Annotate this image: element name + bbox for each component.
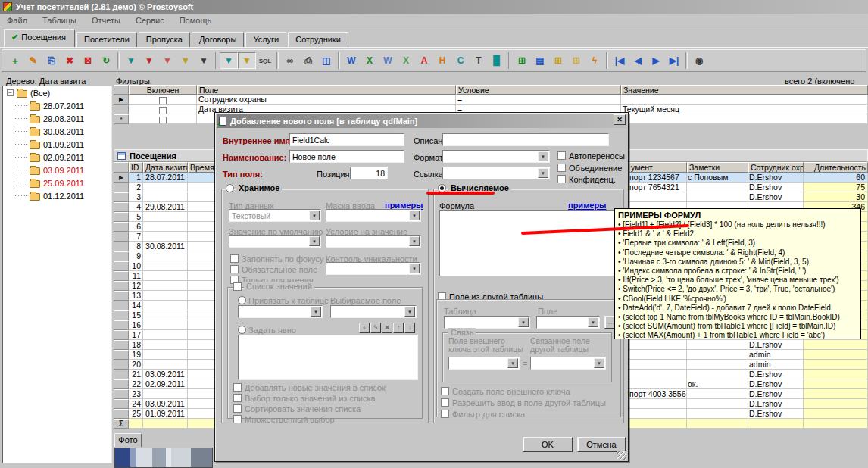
tree-date-item[interactable]: 01.12.2011: [3, 189, 111, 202]
tab-poseshcheniya[interactable]: ✔Посещения: [4, 29, 75, 47]
toolbar-separator[interactable]: [338, 52, 340, 69]
add-field-dialog: Добавление нового поля [в таблицу qdfMai…: [214, 112, 629, 462]
menu-service[interactable]: Сервис: [136, 16, 164, 25]
tab-posetiteli[interactable]: ✔Посетители: [76, 32, 137, 47]
stored-radio[interactable]: [226, 184, 234, 192]
nav-next-button[interactable]: ▶: [647, 52, 665, 69]
export-txt-button[interactable]: T: [470, 52, 488, 69]
chevron-down-icon: ▼: [409, 211, 420, 220]
internal-name-input[interactable]: [289, 133, 404, 146]
webcam-button[interactable]: ◉: [690, 52, 708, 69]
tree-date-item[interactable]: 29.08.2011: [3, 112, 111, 125]
tab-dogovory[interactable]: ✔Договоры: [192, 32, 244, 47]
format-select[interactable]: ▼: [442, 150, 550, 163]
filter-clear-button[interactable]: ▼: [158, 52, 176, 69]
toolbar-separator[interactable]: [606, 52, 608, 69]
filter-panel-toggle[interactable]: ▼: [238, 52, 256, 69]
nav-last-button[interactable]: ▶|: [665, 52, 683, 69]
merge-checkbox[interactable]: [557, 164, 566, 172]
export-word-template-button[interactable]: W: [379, 52, 397, 69]
export-excel-button[interactable]: X: [361, 52, 379, 69]
menu-file[interactable]: Файл: [7, 16, 27, 25]
filter-enabled-checkbox[interactable]: [159, 107, 167, 114]
tooltip-line: • Field1 & ' и ' & Field2: [618, 229, 857, 239]
menu-tables[interactable]: Таблицы: [42, 16, 76, 25]
cancel-button[interactable]: Отмена: [577, 437, 626, 452]
chevron-down-icon[interactable]: ▼: [538, 168, 548, 178]
tree-date-item[interactable]: 25.09.2011: [3, 176, 111, 189]
autowrap-label: Автопереносы: [569, 151, 625, 161]
description-input[interactable]: [442, 133, 609, 146]
print-button[interactable]: ⎙: [299, 52, 317, 69]
export-excel-template-button[interactable]: X: [397, 52, 415, 69]
create-fk-checkbox: [441, 387, 449, 395]
toolbar-separator[interactable]: [215, 52, 217, 69]
filter-enabled-checkbox[interactable]: [159, 97, 167, 105]
resize-grip[interactable]: [617, 451, 626, 460]
tree-date-item[interactable]: 03.09.2011: [3, 164, 111, 176]
refresh-button[interactable]: ↻: [97, 52, 115, 69]
position-input[interactable]: [350, 167, 388, 179]
autowrap-checkbox[interactable]: [557, 151, 566, 160]
filter-row[interactable]: ▶ Сотрудник охраны =: [114, 95, 868, 105]
edit-record-button[interactable]: ✎: [24, 52, 42, 69]
add-table-button[interactable]: ⊞: [513, 52, 531, 69]
ok-button[interactable]: OK: [523, 437, 573, 452]
filter-quick-button[interactable]: ▼: [176, 52, 195, 69]
tree-root-item[interactable]: − (Все): [3, 86, 111, 99]
tab-propuska[interactable]: ✔Пропуска: [139, 32, 190, 47]
table-settings-button[interactable]: ⊞: [567, 52, 585, 69]
multi-select-checkbox: [233, 415, 242, 423]
display-name-input[interactable]: [289, 150, 404, 163]
actions-button[interactable]: ϟ: [585, 52, 604, 69]
explicit-list-label: Задать явно: [248, 326, 296, 335]
tab-sotrudniki[interactable]: ✔Сотрудники: [288, 32, 348, 47]
toolbar-separator[interactable]: [117, 52, 120, 69]
add-record-button[interactable]: ＋: [6, 52, 24, 69]
toolbar-separator[interactable]: [508, 52, 510, 69]
tree-date-item[interactable]: 30.08.2011: [3, 125, 111, 138]
tree-root-label: (Все): [30, 89, 50, 98]
chevron-down-icon[interactable]: ▼: [538, 151, 548, 161]
collapse-icon[interactable]: −: [7, 89, 14, 96]
tab-uslugi[interactable]: ✔Услуги: [245, 32, 286, 47]
delete-record-button[interactable]: ✖: [61, 52, 79, 69]
nav-prev-button[interactable]: ◀: [629, 52, 647, 69]
report-button[interactable]: ▤: [531, 52, 549, 69]
filter-delete-button[interactable]: ▼: [140, 52, 158, 69]
formula-textarea[interactable]: [439, 210, 615, 276]
menu-help[interactable]: Помощь: [180, 16, 212, 25]
toolbar-separator[interactable]: [276, 52, 279, 69]
menu-reports[interactable]: Отчеты: [92, 16, 120, 25]
chart-button[interactable]: ▉: [488, 52, 506, 69]
tab-panel-edge: [0, 47, 868, 48]
formula-examples-link[interactable]: примеры: [568, 201, 607, 210]
filter-enabled-checkbox[interactable]: [159, 117, 167, 124]
photo-thumbnail[interactable]: [114, 448, 213, 468]
tree-date-item[interactable]: 01.09.2011: [3, 138, 111, 151]
folder-icon: [30, 154, 40, 162]
filter-tree-toggle[interactable]: ▼: [220, 52, 238, 69]
confidential-checkbox[interactable]: [557, 175, 566, 183]
edit-table-button[interactable]: ⊞: [549, 52, 567, 69]
search-button[interactable]: ∞: [281, 52, 299, 69]
toolbar-separator[interactable]: [685, 52, 688, 69]
copy-record-button[interactable]: ⎘: [42, 52, 61, 69]
export-csv-button[interactable]: C: [451, 52, 470, 69]
link-select[interactable]: ▼: [442, 167, 550, 179]
preview-button[interactable]: ◫: [317, 52, 336, 69]
tree-date-item[interactable]: 02.09.2011: [3, 151, 111, 164]
export-html-button[interactable]: H: [433, 52, 451, 69]
export-pdf-button[interactable]: A: [415, 52, 433, 69]
sql-button[interactable]: SQL: [256, 52, 274, 69]
filter-save-button[interactable]: ▼: [195, 52, 213, 69]
bind-table-select: ▼: [238, 305, 323, 318]
tree-date-item[interactable]: 28.07.2011: [3, 99, 111, 112]
filter-add-button[interactable]: ▼: [122, 52, 140, 69]
close-icon[interactable]: ✕: [614, 114, 626, 125]
export-word-button[interactable]: W: [342, 52, 361, 69]
photo-tab[interactable]: Фото: [114, 433, 142, 447]
select-field-label: Выбираемое поле: [330, 296, 401, 305]
nav-first-button[interactable]: |◀: [610, 52, 629, 69]
clear-table-button[interactable]: ⊠: [79, 52, 97, 69]
